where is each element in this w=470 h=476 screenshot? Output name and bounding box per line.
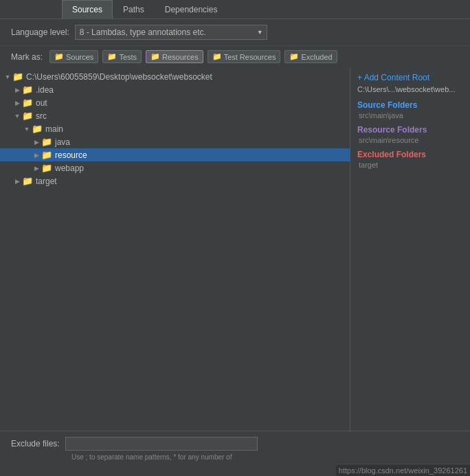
language-level-row: Language level: 8 - Lambdas, type annota… [0,19,470,46]
tree-item-main[interactable]: ▼ 📁 main [0,122,350,135]
tab-paths[interactable]: Paths [113,0,155,19]
tree-label-root: C:\Users\60055859\Desktop\websocket\webs… [26,72,212,82]
tree-label-out: out [36,98,47,108]
excluded-folder-icon: 📁 [289,52,299,61]
tree-item-out[interactable]: ▶ 📁 out [0,96,350,109]
tree-label-idea: .idea [36,85,54,95]
sources-folder-icon: 📁 [54,52,64,61]
tree-item-idea[interactable]: ▶ 📁 .idea [0,83,350,96]
folder-icon-idea: 📁 [22,84,33,95]
folder-icon-target: 📁 [22,176,33,186]
content-root-path: C:\Users\...\websocket\web... [357,85,463,93]
resource-folders-path: src\main\resource [359,136,463,144]
language-select-wrapper[interactable]: 8 - Lambdas, type annotations etc. [75,25,267,40]
folder-icon-out: 📁 [22,98,33,108]
mark-resources-button[interactable]: 📁 Resources [146,50,203,63]
main-content-area: ▼ 📁 C:\Users\60055859\Desktop\websocket\… [0,67,470,431]
folder-icon-src: 📁 [22,111,33,121]
mark-test-resources-label: Test Resources [224,53,276,61]
right-panel: + Add Content Root C:\Users\...\websocke… [350,67,470,431]
tree-label-src: src [36,111,47,121]
arrow-resource: ▶ [32,152,41,159]
mark-resources-label: Resources [162,53,199,61]
tab-bar: Sources Paths Dependencies [0,0,470,19]
arrow-root: ▼ [3,73,12,80]
resources-folder-icon: 📁 [150,52,160,61]
arrow-webapp: ▶ [32,165,41,172]
folder-icon-main: 📁 [32,124,43,134]
exclude-input[interactable] [65,437,258,451]
arrow-main: ▼ [22,126,32,133]
tree-item-resource[interactable]: ▶ 📁 resource [0,148,350,161]
folder-icon-java: 📁 [41,137,52,147]
tree-label-resource: resource [55,150,87,160]
language-label: Language level: [11,27,69,37]
tab-dependencies[interactable]: Dependencies [155,0,228,19]
bottom-area: Exclude files: Use ; to separate name pa… [0,431,470,466]
tree-panel[interactable]: ▼ 📁 C:\Users\60055859\Desktop\websocket\… [0,67,350,431]
tree-label-main: main [45,124,63,134]
excluded-folders-path: target [359,161,463,169]
tree-label-target: target [36,177,57,186]
mark-tests-label: Tests [119,53,137,61]
source-folders-title: Source Folders [357,100,463,110]
exclude-label: Exclude files: [11,439,60,449]
exclude-row: Exclude files: [11,437,459,451]
arrow-idea: ▶ [12,87,22,93]
tree-item-src[interactable]: ▼ 📁 src [0,109,350,122]
mark-as-label: Mark as: [11,52,43,62]
watermark: https://blog.csdn.net/weixin_39261261 [336,465,470,476]
mark-excluded-label: Excluded [301,53,332,61]
tree-item-target[interactable]: ▶ 📁 target [0,174,350,188]
test-resources-folder-icon: 📁 [212,52,222,61]
language-select[interactable]: 8 - Lambdas, type annotations etc. [75,25,267,40]
source-folders-path: src\main\java [359,111,463,120]
mark-test-resources-button[interactable]: 📁 Test Resources [208,50,281,63]
tree-label-webapp: webapp [55,163,84,173]
folder-icon-resource: 📁 [41,150,52,160]
excluded-folders-title: Excluded Folders [357,150,463,159]
mark-sources-button[interactable]: 📁 Sources [49,50,98,63]
tests-folder-icon: 📁 [107,52,117,61]
arrow-src: ▼ [12,113,22,120]
help-text: Use ; to separate name patterns, * for a… [71,453,459,461]
mark-as-row: Mark as: 📁 Sources 📁 Tests 📁 Resources 📁… [0,46,470,67]
resource-folders-title: Resource Folders [357,125,463,135]
tab-sources[interactable]: Sources [62,0,113,19]
arrow-out: ▶ [12,100,22,106]
add-content-root-link[interactable]: + Add Content Root [357,73,463,82]
tree-item-root[interactable]: ▼ 📁 C:\Users\60055859\Desktop\websocket\… [0,70,350,83]
mark-excluded-button[interactable]: 📁 Excluded [284,50,337,63]
folder-icon-root: 📁 [12,71,23,82]
arrow-target: ▶ [12,178,22,185]
mark-sources-label: Sources [66,53,93,61]
tree-item-webapp[interactable]: ▶ 📁 webapp [0,161,350,174]
folder-icon-webapp: 📁 [41,163,52,173]
tree-label-java: java [55,137,70,147]
mark-tests-button[interactable]: 📁 Tests [102,50,142,63]
tree-item-java[interactable]: ▶ 📁 java [0,135,350,148]
arrow-java: ▶ [32,139,41,146]
